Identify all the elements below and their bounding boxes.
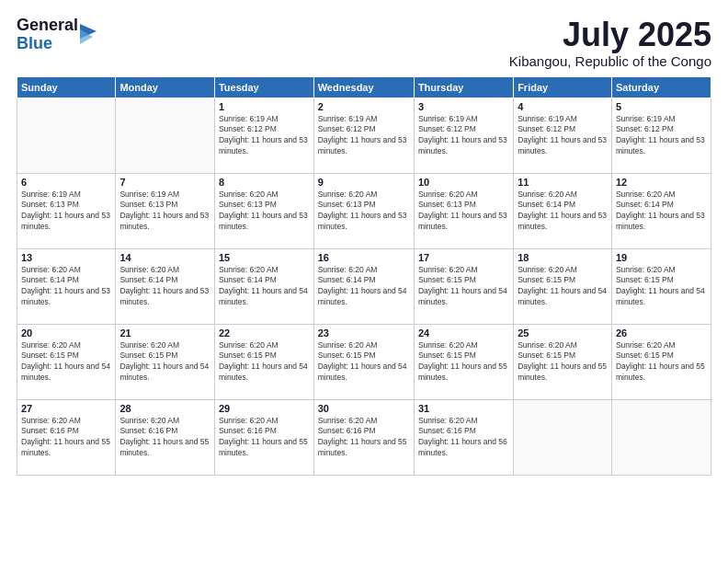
day-number: 9: [318, 177, 410, 188]
calendar-cell: 16Sunrise: 6:20 AMSunset: 6:14 PMDayligh…: [313, 248, 414, 324]
calendar-cell: 18Sunrise: 6:20 AMSunset: 6:15 PMDayligh…: [514, 248, 612, 324]
day-detail: Sunrise: 6:20 AMSunset: 6:15 PMDaylight:…: [616, 340, 707, 385]
day-number: 6: [21, 177, 111, 188]
day-number: 22: [219, 327, 310, 339]
day-detail: Sunrise: 6:20 AMSunset: 6:13 PMDaylight:…: [219, 190, 310, 234]
day-number: 28: [119, 403, 210, 414]
day-detail: Sunrise: 6:20 AMSunset: 6:13 PMDaylight:…: [318, 190, 410, 234]
calendar-header-row: SundayMondayTuesdayWednesdayThursdayFrid…: [17, 76, 711, 98]
day-number: 13: [21, 252, 111, 263]
day-detail: Sunrise: 6:20 AMSunset: 6:14 PMDaylight:…: [119, 265, 210, 309]
calendar-cell: 31Sunrise: 6:20 AMSunset: 6:16 PMDayligh…: [414, 399, 513, 475]
calendar-week-3: 13Sunrise: 6:20 AMSunset: 6:14 PMDayligh…: [17, 248, 711, 324]
day-number: 11: [518, 177, 608, 188]
logo-blue: Blue: [17, 35, 78, 53]
calendar-cell: 11Sunrise: 6:20 AMSunset: 6:14 PMDayligh…: [514, 173, 612, 248]
calendar-cell: 25Sunrise: 6:20 AMSunset: 6:15 PMDayligh…: [514, 324, 612, 399]
day-number: 12: [616, 177, 707, 188]
day-detail: Sunrise: 6:20 AMSunset: 6:15 PMDaylight:…: [418, 265, 509, 309]
location-title: Kibangou, Republic of the Congo: [509, 53, 711, 69]
day-number: 10: [418, 177, 509, 188]
day-detail: Sunrise: 6:20 AMSunset: 6:14 PMDaylight:…: [219, 265, 310, 309]
day-number: 24: [418, 327, 509, 339]
day-detail: Sunrise: 6:20 AMSunset: 6:16 PMDaylight:…: [119, 416, 210, 460]
day-detail: Sunrise: 6:20 AMSunset: 6:15 PMDaylight:…: [418, 340, 509, 385]
day-number: 14: [119, 252, 210, 263]
month-title: July 2025: [509, 17, 711, 53]
calendar-cell: [611, 399, 711, 475]
calendar-cell: 30Sunrise: 6:20 AMSunset: 6:16 PMDayligh…: [313, 399, 414, 475]
calendar-cell: 22Sunrise: 6:20 AMSunset: 6:15 PMDayligh…: [214, 324, 313, 399]
calendar-cell: 28Sunrise: 6:20 AMSunset: 6:16 PMDayligh…: [116, 399, 215, 475]
day-number: 5: [616, 101, 707, 112]
calendar-week-1: 1Sunrise: 6:19 AMSunset: 6:12 PMDaylight…: [17, 98, 711, 173]
weekday-header-friday: Friday: [514, 76, 612, 98]
calendar-week-4: 20Sunrise: 6:20 AMSunset: 6:15 PMDayligh…: [17, 324, 711, 399]
weekday-header-tuesday: Tuesday: [214, 76, 313, 98]
day-detail: Sunrise: 6:20 AMSunset: 6:16 PMDaylight:…: [219, 416, 310, 460]
day-number: 7: [119, 177, 210, 188]
calendar-cell: [514, 399, 612, 475]
logo-icon: [80, 24, 97, 44]
day-detail: Sunrise: 6:19 AMSunset: 6:12 PMDaylight:…: [219, 114, 310, 158]
day-number: 15: [219, 252, 310, 263]
day-number: 29: [219, 403, 310, 414]
calendar-week-5: 27Sunrise: 6:20 AMSunset: 6:16 PMDayligh…: [17, 399, 711, 475]
day-detail: Sunrise: 6:20 AMSunset: 6:14 PMDaylight:…: [616, 190, 707, 234]
day-number: 31: [418, 403, 509, 414]
day-number: 8: [219, 177, 310, 188]
day-detail: Sunrise: 6:20 AMSunset: 6:13 PMDaylight:…: [418, 190, 509, 234]
day-detail: Sunrise: 6:20 AMSunset: 6:15 PMDaylight:…: [616, 265, 707, 309]
calendar-cell: 29Sunrise: 6:20 AMSunset: 6:16 PMDayligh…: [214, 399, 313, 475]
day-detail: Sunrise: 6:20 AMSunset: 6:15 PMDaylight:…: [21, 340, 111, 385]
title-block: July 2025 Kibangou, Republic of the Cong…: [509, 17, 711, 69]
calendar-cell: 24Sunrise: 6:20 AMSunset: 6:15 PMDayligh…: [414, 324, 513, 399]
calendar-cell: [17, 98, 116, 173]
day-number: 30: [318, 403, 410, 414]
day-detail: Sunrise: 6:19 AMSunset: 6:13 PMDaylight:…: [21, 190, 111, 234]
day-number: 4: [518, 101, 608, 112]
day-number: 1: [219, 101, 310, 112]
calendar-cell: 12Sunrise: 6:20 AMSunset: 6:14 PMDayligh…: [611, 173, 711, 248]
weekday-header-monday: Monday: [116, 76, 215, 98]
day-detail: Sunrise: 6:20 AMSunset: 6:15 PMDaylight:…: [518, 340, 608, 385]
calendar-cell: 20Sunrise: 6:20 AMSunset: 6:15 PMDayligh…: [17, 324, 116, 399]
logo-general: General: [17, 17, 78, 35]
day-detail: Sunrise: 6:20 AMSunset: 6:16 PMDaylight:…: [418, 416, 509, 460]
day-number: 18: [518, 252, 608, 263]
day-number: 25: [518, 327, 608, 339]
day-detail: Sunrise: 6:19 AMSunset: 6:12 PMDaylight:…: [518, 114, 608, 158]
calendar-cell: 19Sunrise: 6:20 AMSunset: 6:15 PMDayligh…: [611, 248, 711, 324]
day-number: 17: [418, 252, 509, 263]
calendar-cell: [116, 98, 215, 173]
weekday-header-thursday: Thursday: [414, 76, 513, 98]
day-detail: Sunrise: 6:20 AMSunset: 6:15 PMDaylight:…: [518, 265, 608, 309]
calendar-cell: 15Sunrise: 6:20 AMSunset: 6:14 PMDayligh…: [214, 248, 313, 324]
day-number: 20: [21, 327, 111, 339]
day-detail: Sunrise: 6:20 AMSunset: 6:14 PMDaylight:…: [518, 190, 608, 234]
calendar: SundayMondayTuesdayWednesdayThursdayFrid…: [17, 76, 711, 476]
calendar-cell: 1Sunrise: 6:19 AMSunset: 6:12 PMDaylight…: [214, 98, 313, 173]
header: General Blue July 2025 Kibangou, Republi…: [17, 17, 711, 69]
calendar-cell: 23Sunrise: 6:20 AMSunset: 6:15 PMDayligh…: [313, 324, 414, 399]
weekday-header-saturday: Saturday: [611, 76, 711, 98]
day-detail: Sunrise: 6:19 AMSunset: 6:12 PMDaylight:…: [318, 114, 410, 158]
calendar-cell: 27Sunrise: 6:20 AMSunset: 6:16 PMDayligh…: [17, 399, 116, 475]
day-detail: Sunrise: 6:19 AMSunset: 6:12 PMDaylight:…: [418, 114, 509, 158]
day-detail: Sunrise: 6:20 AMSunset: 6:15 PMDaylight:…: [318, 340, 410, 385]
day-detail: Sunrise: 6:20 AMSunset: 6:14 PMDaylight:…: [21, 265, 111, 309]
day-detail: Sunrise: 6:19 AMSunset: 6:12 PMDaylight:…: [616, 114, 707, 158]
calendar-cell: 8Sunrise: 6:20 AMSunset: 6:13 PMDaylight…: [214, 173, 313, 248]
day-number: 23: [318, 327, 410, 339]
calendar-cell: 5Sunrise: 6:19 AMSunset: 6:12 PMDaylight…: [611, 98, 711, 173]
calendar-cell: 26Sunrise: 6:20 AMSunset: 6:15 PMDayligh…: [611, 324, 711, 399]
day-number: 3: [418, 101, 509, 112]
calendar-cell: 10Sunrise: 6:20 AMSunset: 6:13 PMDayligh…: [414, 173, 513, 248]
calendar-cell: 4Sunrise: 6:19 AMSunset: 6:12 PMDaylight…: [514, 98, 612, 173]
day-detail: Sunrise: 6:20 AMSunset: 6:16 PMDaylight:…: [21, 416, 111, 460]
weekday-header-wednesday: Wednesday: [313, 76, 414, 98]
day-number: 27: [21, 403, 111, 414]
weekday-header-sunday: Sunday: [17, 76, 116, 98]
day-number: 2: [318, 101, 410, 112]
calendar-cell: 6Sunrise: 6:19 AMSunset: 6:13 PMDaylight…: [17, 173, 116, 248]
